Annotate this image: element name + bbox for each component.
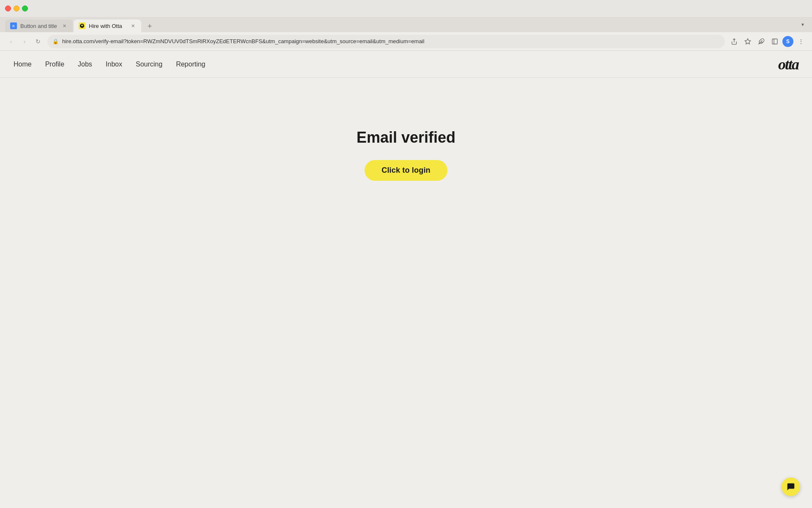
sidebar-button[interactable] — [769, 36, 781, 47]
nav-link-profile[interactable]: Profile — [45, 61, 64, 68]
nav-buttons: ‹ › ↻ — [5, 36, 44, 47]
traffic-lights — [5, 6, 28, 11]
nav-link-reporting[interactable]: Reporting — [176, 61, 205, 68]
menu-button[interactable]: ⋮ — [795, 36, 807, 47]
nav-link-home[interactable]: Home — [14, 61, 32, 68]
browser-toolbar: ‹ › ↻ 🔒 hire.otta.com/verify-email?token… — [0, 32, 812, 51]
close-traffic-light[interactable] — [5, 6, 11, 11]
main-content: Email verified Click to login — [0, 78, 812, 181]
tabs-dropdown-arrow[interactable]: ▾ — [798, 17, 807, 32]
browser-titlebar — [0, 0, 812, 17]
share-button[interactable] — [728, 36, 740, 47]
browser-tab-2[interactable]: Hire with Otta ✕ — [74, 19, 141, 32]
lock-icon: 🔒 — [52, 39, 59, 44]
address-text: hire.otta.com/verify-email?token=RWZmNDV… — [62, 38, 720, 44]
svg-point-1 — [81, 25, 83, 26]
profile-avatar[interactable]: S — [782, 36, 793, 47]
tab1-favicon: B — [10, 22, 17, 29]
address-bar[interactable]: 🔒 hire.otta.com/verify-email?token=RWZmN… — [47, 35, 725, 48]
tab2-favicon — [79, 22, 85, 29]
tab2-label: Hire with Otta — [89, 23, 126, 29]
otta-logo: otta — [778, 55, 798, 73]
nav-link-sourcing[interactable]: Sourcing — [136, 61, 162, 68]
minimize-traffic-light[interactable] — [14, 6, 19, 11]
svg-rect-6 — [772, 39, 777, 44]
extensions-button[interactable] — [755, 36, 767, 47]
app-container: Home Profile Jobs Inbox Sourcing Reporti… — [0, 51, 812, 508]
page-title: Email verified — [357, 129, 455, 146]
nav-link-inbox[interactable]: Inbox — [106, 61, 122, 68]
browser-chrome: B Button and title ✕ Hire with Otta ✕ + … — [0, 0, 812, 51]
tabs-bar: B Button and title ✕ Hire with Otta ✕ + … — [0, 17, 812, 32]
browser-tab-1[interactable]: B Button and title ✕ — [5, 19, 73, 32]
nav-links: Home Profile Jobs Inbox Sourcing Reporti… — [14, 61, 206, 68]
app-nav: Home Profile Jobs Inbox Sourcing Reporti… — [0, 51, 812, 78]
tab2-close[interactable]: ✕ — [129, 22, 136, 29]
login-button[interactable]: Click to login — [365, 160, 447, 181]
chat-widget-button[interactable] — [782, 478, 800, 496]
bookmark-button[interactable] — [742, 36, 754, 47]
nav-link-jobs[interactable]: Jobs — [78, 61, 92, 68]
maximize-traffic-light[interactable] — [22, 6, 28, 11]
tab1-close[interactable]: ✕ — [61, 22, 68, 29]
new-tab-button[interactable]: + — [144, 20, 156, 32]
forward-button[interactable]: › — [19, 36, 30, 47]
browser-actions: S ⋮ — [728, 36, 807, 47]
svg-marker-3 — [745, 39, 750, 44]
tab1-label: Button and title — [20, 23, 58, 29]
back-button[interactable]: ‹ — [5, 36, 17, 47]
refresh-button[interactable]: ↻ — [32, 36, 44, 47]
